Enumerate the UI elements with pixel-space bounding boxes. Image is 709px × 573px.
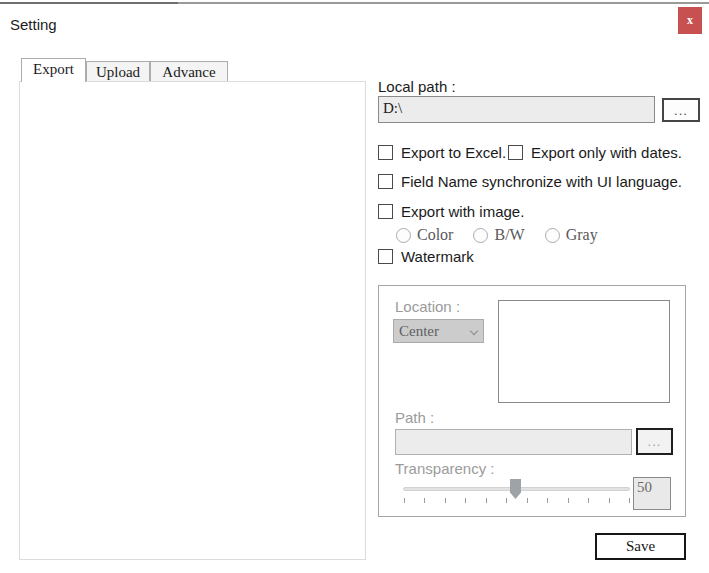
- local-path-label: Local path :: [378, 78, 456, 95]
- export-excel-checkbox[interactable]: [378, 145, 393, 160]
- ellipsis-icon: ...: [674, 103, 688, 118]
- radio-color[interactable]: [396, 228, 411, 243]
- tab-advance-label: Advance: [162, 64, 215, 81]
- export-image-row[interactable]: Export with image.: [378, 203, 524, 220]
- radio-bw-label: B/W: [494, 226, 524, 244]
- export-dates-label: Export only with dates.: [531, 144, 682, 161]
- slider-ticks: [404, 498, 630, 504]
- tab-export[interactable]: Export: [21, 58, 86, 82]
- wm-path-label: Path :: [395, 409, 434, 426]
- watermark-checkbox[interactable]: [378, 249, 393, 264]
- watermark-row[interactable]: Watermark: [378, 248, 474, 265]
- transparency-label: Transparency :: [395, 460, 495, 477]
- location-label: Location :: [395, 298, 460, 315]
- watermark-preview-box: [498, 300, 670, 403]
- image-mode-radios: Color B/W Gray: [396, 226, 612, 244]
- tab-export-label: Export: [33, 61, 74, 78]
- save-button[interactable]: Save: [595, 533, 686, 560]
- export-image-label: Export with image.: [401, 203, 524, 220]
- wm-path-browse-button[interactable]: ...: [636, 428, 673, 455]
- export-excel-row[interactable]: Export to Excel.: [378, 144, 506, 161]
- local-path-field[interactable]: D:\: [378, 96, 655, 123]
- chevron-down-icon: [470, 327, 478, 335]
- export-tab-panel: [19, 81, 366, 560]
- radio-gray-label: Gray: [566, 226, 598, 244]
- close-button[interactable]: x: [678, 7, 702, 34]
- location-value: Center: [399, 323, 439, 340]
- location-dropdown[interactable]: Center: [393, 319, 484, 343]
- field-sync-checkbox[interactable]: [378, 174, 393, 189]
- radio-color-label: Color: [417, 226, 453, 244]
- radio-gray[interactable]: [545, 228, 560, 243]
- save-button-label: Save: [626, 538, 655, 555]
- close-icon: x: [687, 13, 693, 28]
- field-sync-row[interactable]: Field Name synchronize with UI language.: [378, 173, 682, 190]
- export-dates-checkbox[interactable]: [508, 145, 523, 160]
- export-dates-row[interactable]: Export only with dates.: [508, 144, 682, 161]
- export-image-checkbox[interactable]: [378, 204, 393, 219]
- radio-bw[interactable]: [473, 228, 488, 243]
- transparency-value-field[interactable]: 50: [633, 477, 671, 510]
- export-excel-label: Export to Excel.: [401, 144, 506, 161]
- window-title: Setting: [10, 16, 57, 33]
- watermark-label: Watermark: [401, 248, 474, 265]
- field-sync-label: Field Name synchronize with UI language.: [401, 173, 682, 190]
- wm-path-field[interactable]: [395, 429, 632, 455]
- ellipsis-icon: ...: [648, 434, 662, 449]
- tab-upload-label: Upload: [96, 64, 140, 81]
- tab-upload[interactable]: Upload: [86, 61, 150, 82]
- tab-advance[interactable]: Advance: [150, 61, 228, 82]
- window-top-border-accent: [0, 2, 178, 4]
- local-path-browse-button[interactable]: ...: [662, 98, 700, 122]
